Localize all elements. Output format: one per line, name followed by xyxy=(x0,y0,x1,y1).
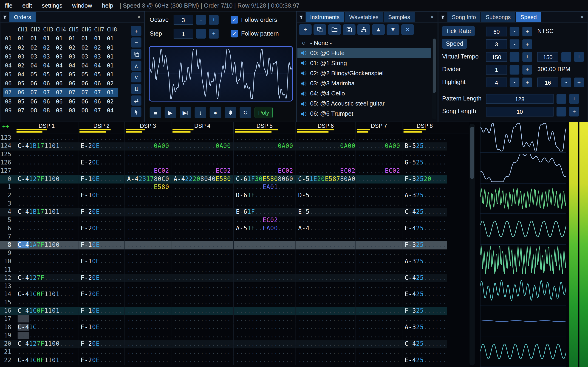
order-value[interactable]: 02 xyxy=(29,43,42,52)
pattern-cell[interactable]: ............... xyxy=(15,249,78,258)
pattern-cell[interactable]: ........... xyxy=(355,324,402,332)
pattern-cell[interactable]: ............... xyxy=(171,225,233,233)
pattern-cell[interactable]: ............... xyxy=(171,324,233,332)
instrument-item-4[interactable]: 03: @3 Marimba xyxy=(297,78,431,88)
order-change-mode-button[interactable]: ⇄ xyxy=(131,95,141,106)
pattern-cell[interactable]: ............... xyxy=(296,357,355,365)
add-instrument-button[interactable]: + xyxy=(299,24,312,35)
order-value[interactable]: 04 xyxy=(93,61,105,70)
order-value[interactable]: 05 xyxy=(16,97,29,106)
order-move-up-button[interactable]: ∧ xyxy=(131,60,141,71)
funnel-icon[interactable] xyxy=(296,15,305,20)
pattern-cell[interactable]: C-41B171101.... xyxy=(15,142,78,150)
pattern-cell[interactable]: ............... xyxy=(171,233,233,241)
order-value[interactable]: 01 xyxy=(105,43,118,52)
tab-instruments[interactable]: Instruments xyxy=(306,12,344,22)
song-length-increase-button[interactable]: + xyxy=(569,107,579,116)
pattern-cell[interactable]: ........... xyxy=(402,184,447,192)
pattern-cell[interactable]: ........... xyxy=(124,332,171,340)
pattern-cell[interactable]: D-5............ xyxy=(296,192,355,200)
pattern-cell[interactable]: ...........0A00 xyxy=(296,142,355,150)
order-value[interactable]: 07 xyxy=(80,88,93,97)
order-value[interactable]: 06 xyxy=(80,97,93,106)
pattern-cell[interactable]: C-425...... xyxy=(402,340,447,348)
pattern-cell[interactable]: ............... xyxy=(171,150,233,159)
orders-row-01[interactable]: 010101010101010101 xyxy=(3,34,118,43)
order-value[interactable]: 01 xyxy=(105,52,118,61)
pattern-cell[interactable]: ........... xyxy=(402,233,447,241)
pattern-cell[interactable]: ............... xyxy=(296,340,355,348)
scrollbar-thumb[interactable] xyxy=(470,127,474,179)
pattern-cell[interactable]: ...........0A00 xyxy=(171,142,233,150)
orders-row-06[interactable]: 060506060606060602 xyxy=(3,79,118,88)
pattern-cell[interactable]: ............... xyxy=(171,282,233,291)
speed-label[interactable]: Speed xyxy=(442,39,467,49)
pattern-cell[interactable]: ........... xyxy=(355,332,402,340)
pattern-cell[interactable]: ............... xyxy=(171,299,233,307)
pattern-cell[interactable]: C-425...... xyxy=(402,274,447,282)
pattern-cell[interactable]: F-32520.... xyxy=(402,175,447,184)
order-value[interactable]: 02 xyxy=(67,43,80,52)
pattern-cell[interactable]: ............... xyxy=(296,184,355,192)
pattern-cell[interactable]: E-5............ xyxy=(296,208,355,217)
pattern-cell[interactable]: ........... xyxy=(402,249,447,258)
order-value[interactable]: 08 xyxy=(67,106,80,115)
pattern-cell[interactable]: ........... xyxy=(124,282,171,291)
pattern-cell[interactable]: ............... xyxy=(171,315,233,324)
octave-decrease-button[interactable]: - xyxy=(196,15,206,25)
pattern-cell[interactable]: ...........EC02 xyxy=(233,167,296,175)
pattern-cell[interactable]: ........... xyxy=(402,167,447,175)
pattern-cell[interactable]: ............... xyxy=(171,348,233,357)
pattern-cell[interactable]: F-10E...... xyxy=(78,307,124,315)
pattern-cell[interactable]: ............... xyxy=(15,348,78,357)
pattern-cell[interactable]: C-41C0F1101.... xyxy=(15,291,78,299)
pattern-cell[interactable]: ............... xyxy=(15,200,78,208)
pattern-cell[interactable]: ............... xyxy=(233,348,296,357)
instrument-item-1[interactable]: 00: @0 Flute xyxy=(297,48,431,58)
play-from-pattern-button[interactable]: ▶ xyxy=(180,107,191,118)
pattern-cell[interactable]: ........... xyxy=(402,266,447,274)
order-value[interactable]: 02 xyxy=(80,43,93,52)
order-value[interactable]: 06 xyxy=(29,79,42,88)
pattern-cell[interactable]: ........... xyxy=(124,307,171,315)
menu-edit[interactable]: edit xyxy=(17,2,37,9)
channel-header-7[interactable]: DSP 7 xyxy=(355,122,402,134)
edit-record-button[interactable]: ● xyxy=(210,107,221,118)
pattern-cell[interactable]: ........... xyxy=(78,200,124,208)
pattern-cell[interactable]: ............... xyxy=(15,184,78,192)
pattern-cell[interactable]: C-4127F........ xyxy=(15,274,78,282)
tab-wavetables[interactable]: Wavetables xyxy=(345,12,383,22)
pattern-cell[interactable]: .......EC02 xyxy=(124,167,171,175)
pattern-cell[interactable]: ............... xyxy=(296,241,355,249)
order-duplicate-end-button[interactable]: ⇊ xyxy=(131,84,141,94)
highlight-input[interactable]: 4 xyxy=(486,77,507,87)
pattern-cell[interactable]: ........... xyxy=(355,357,402,365)
pattern-cell[interactable]: ........... xyxy=(355,258,402,266)
order-value[interactable]: 08 xyxy=(42,106,54,115)
pattern-cell[interactable]: ........... xyxy=(78,332,124,340)
highlight-input-2[interactable]: 16 xyxy=(537,77,558,87)
pattern-cell[interactable]: ............... xyxy=(233,299,296,307)
pattern-cell[interactable]: ............... xyxy=(233,274,296,282)
menu-file[interactable]: file xyxy=(0,2,17,9)
order-value[interactable]: 01 xyxy=(105,34,118,43)
virtual-tempo-input-2[interactable]: 150 xyxy=(537,52,558,62)
pattern-cell[interactable]: ............... xyxy=(296,291,355,299)
order-value[interactable]: 03 xyxy=(29,52,42,61)
step-increase-button[interactable]: + xyxy=(209,29,218,39)
pattern-cell[interactable]: ........... xyxy=(78,348,124,357)
pattern-cell[interactable]: ........... xyxy=(124,192,171,200)
pattern-cell[interactable]: ............... xyxy=(233,258,296,266)
orders-row-05[interactable]: 050405050505050501 xyxy=(3,70,118,79)
pattern-cell[interactable]: ........... xyxy=(355,307,402,315)
pattern-cell[interactable]: ............... xyxy=(171,208,233,217)
pattern-cell[interactable]: ........... xyxy=(124,233,171,241)
pattern-cell[interactable]: C-41C.......... xyxy=(15,324,78,332)
pattern-cell[interactable]: F-20E...... xyxy=(78,291,124,299)
pattern-cell[interactable]: ............... xyxy=(233,200,296,208)
pattern-cell[interactable]: ............... xyxy=(171,340,233,348)
pattern-cell[interactable]: ............... xyxy=(171,266,233,274)
pattern-cell[interactable]: ............... xyxy=(296,274,355,282)
pattern-cell[interactable]: ........... xyxy=(78,167,124,175)
pattern-cell[interactable]: ............... xyxy=(15,134,78,142)
